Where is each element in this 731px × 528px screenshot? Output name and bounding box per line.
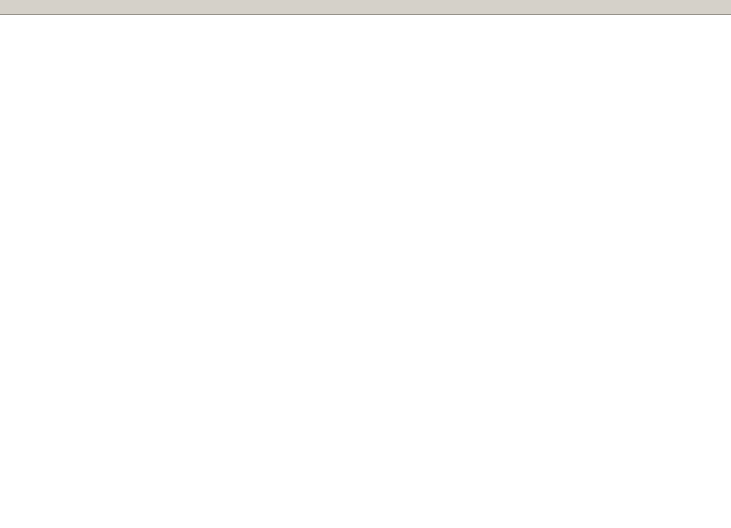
fragment-analysis-app: { "header": { "columns": [ {"label": "Sa… [0,0,731,528]
column-header-row [0,0,731,15]
